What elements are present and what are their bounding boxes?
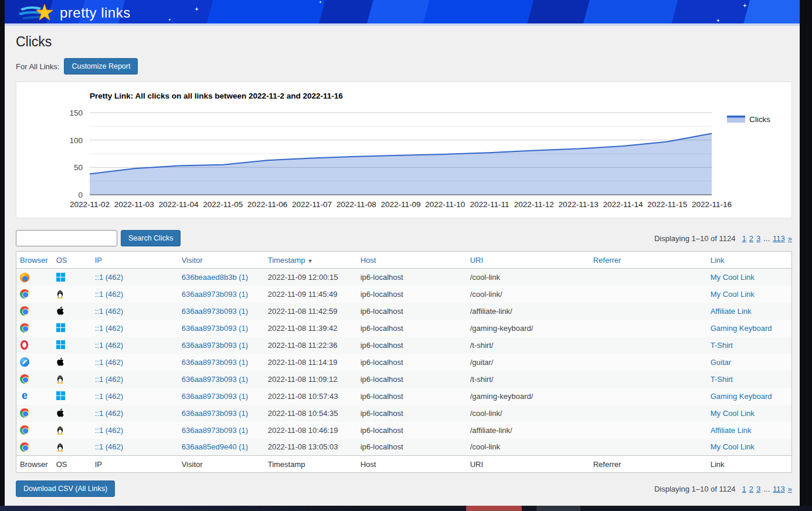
ip-cell: ::1 (462) [91, 439, 178, 456]
ip-link[interactable]: ::1 (462) [95, 375, 123, 384]
timestamp-cell: 2022-11-08 11:42:59 [264, 303, 357, 320]
referrer-cell [590, 286, 707, 303]
ip-link[interactable]: ::1 (462) [95, 426, 123, 435]
page-link-2[interactable]: 2 [749, 234, 753, 243]
ip-link[interactable]: ::1 (462) [95, 442, 123, 451]
svg-text:50: 50 [74, 163, 83, 172]
referrer-cell [590, 439, 707, 456]
svg-text:2022-11-07: 2022-11-07 [292, 200, 332, 209]
visitor-link[interactable]: 636aa8973b093 (1) [182, 341, 249, 350]
sparkle-icon [319, 1, 322, 4]
visitor-link[interactable]: 636aa8973b093 (1) [182, 358, 249, 367]
column-header-browser[interactable]: Browser [16, 252, 53, 269]
pretty-link-link[interactable]: My Cool Link [711, 290, 755, 299]
download-csv-button[interactable]: Download CSV (All Links) [16, 480, 115, 497]
host-cell: ip6-localhost [357, 371, 467, 388]
visitor-link[interactable]: 636aa8973b093 (1) [182, 290, 249, 299]
browser-cell [16, 354, 53, 371]
star-swoosh-icon [19, 3, 55, 23]
host-cell: ip6-localhost [357, 405, 467, 422]
column-header-ip[interactable]: IP [91, 252, 178, 269]
ip-link[interactable]: ::1 (462) [95, 341, 123, 350]
customize-report-button[interactable]: Customize Report [64, 58, 138, 75]
visitor-link[interactable]: 636aa85ed9e40 (1) [182, 442, 249, 451]
ip-link[interactable]: ::1 (462) [95, 392, 123, 401]
table-row: e::1 (462)636aa8973b093 (1)2022-11-08 10… [16, 388, 792, 405]
pretty-link-link[interactable]: My Cool Link [711, 409, 755, 418]
visitor-link[interactable]: 636aa8973b093 (1) [182, 307, 249, 316]
ip-link[interactable]: ::1 (462) [95, 307, 123, 316]
logo-wordmark: pretty links [60, 5, 131, 21]
page-link-1[interactable]: 1 [742, 485, 746, 493]
svg-text:2022-11-02: 2022-11-02 [70, 200, 110, 209]
os-cell [53, 269, 91, 286]
ip-link[interactable]: ::1 (462) [95, 409, 123, 418]
column-header-os[interactable]: OS [53, 252, 91, 269]
visitor-link[interactable]: 636aa8973b093 (1) [182, 324, 249, 333]
referrer-cell [590, 354, 707, 371]
ip-cell: ::1 (462) [91, 422, 178, 439]
page-link-last[interactable]: 113 [773, 234, 785, 243]
svg-text:0: 0 [78, 191, 83, 199]
browser-cell [16, 439, 53, 456]
pretty-link-link[interactable]: T-Shirt [711, 341, 733, 350]
visitor-link[interactable]: 636beaaed8b3b (1) [182, 273, 249, 282]
timestamp-cell: 2022-11-08 10:54:35 [264, 405, 357, 422]
host-cell: ip6-localhost [357, 337, 467, 354]
linux-tux-icon [56, 425, 66, 435]
page-link-3[interactable]: 3 [756, 485, 760, 493]
column-header-link[interactable]: Link [707, 252, 792, 269]
column-header-referrer[interactable]: Referrer [590, 252, 707, 269]
footer-column-os: OS [53, 456, 91, 473]
ip-link[interactable]: ::1 (462) [95, 290, 123, 299]
column-header-timestamp[interactable]: Timestamp▼ [264, 252, 357, 269]
link-cell: Gaming Keyboard [707, 388, 792, 405]
pretty-link-link[interactable]: My Cool Link [711, 273, 755, 282]
pretty-link-link[interactable]: Gaming Keyboard [711, 324, 772, 333]
search-input[interactable] [16, 230, 117, 246]
referrer-cell [590, 320, 707, 337]
visitor-cell: 636aa8973b093 (1) [178, 286, 264, 303]
ip-link[interactable]: ::1 (462) [95, 273, 123, 282]
pretty-link-link[interactable]: Affiliate Link [711, 307, 752, 316]
next-page-link[interactable]: » [788, 485, 792, 493]
visitor-link[interactable]: 636aa8973b093 (1) [182, 392, 249, 401]
page-link-2[interactable]: 2 [749, 485, 753, 493]
uri-cell: /affiliate-link/ [467, 422, 590, 439]
visitor-link[interactable]: 636aa8973b093 (1) [182, 409, 249, 418]
visitor-link[interactable]: 636aa8973b093 (1) [182, 426, 249, 435]
footer-column-uri: URI [467, 456, 590, 473]
referrer-cell [590, 405, 707, 422]
timestamp-cell: 2022-11-08 10:57:43 [264, 388, 357, 405]
chrome-icon [20, 323, 29, 333]
uri-cell: /cool-link/ [467, 405, 590, 422]
os-cell [53, 422, 91, 439]
svg-text:2022-11-13: 2022-11-13 [559, 200, 599, 209]
visitor-cell: 636aa8973b093 (1) [178, 337, 264, 354]
uri-cell: /t-shirt/ [467, 337, 590, 354]
page-link-3[interactable]: 3 [756, 234, 760, 243]
visitor-link[interactable]: 636aa8973b093 (1) [182, 375, 249, 384]
pretty-link-link[interactable]: Guitar [711, 358, 731, 367]
host-cell: ip6-localhost [357, 388, 467, 405]
search-clicks-button[interactable]: Search Clicks [121, 230, 181, 246]
uri-cell: /gaming-keyboard/ [467, 320, 590, 337]
referrer-cell [590, 303, 707, 320]
column-header-uri[interactable]: URI [467, 252, 590, 269]
next-page-link[interactable]: » [788, 234, 792, 243]
pretty-link-link[interactable]: Affiliate Link [711, 426, 752, 435]
referrer-cell [590, 388, 707, 405]
link-cell: T-Shirt [707, 337, 792, 354]
pretty-link-link[interactable]: Gaming Keyboard [711, 392, 772, 401]
timestamp-cell: 2022-11-08 11:14:19 [264, 354, 357, 371]
column-header-host[interactable]: Host [357, 252, 467, 269]
sparkle-icon [743, 4, 747, 8]
page-link-last[interactable]: 113 [773, 485, 785, 493]
pretty-link-link[interactable]: My Cool Link [711, 442, 755, 451]
ip-link[interactable]: ::1 (462) [95, 358, 123, 367]
ip-link[interactable]: ::1 (462) [95, 324, 123, 333]
page-link-1[interactable]: 1 [742, 234, 746, 243]
table-row: ::1 (462)636aa8973b093 (1)2022-11-08 11:… [16, 303, 792, 320]
column-header-visitor[interactable]: Visitor [178, 252, 264, 269]
pretty-link-link[interactable]: T-Shirt [711, 375, 733, 384]
